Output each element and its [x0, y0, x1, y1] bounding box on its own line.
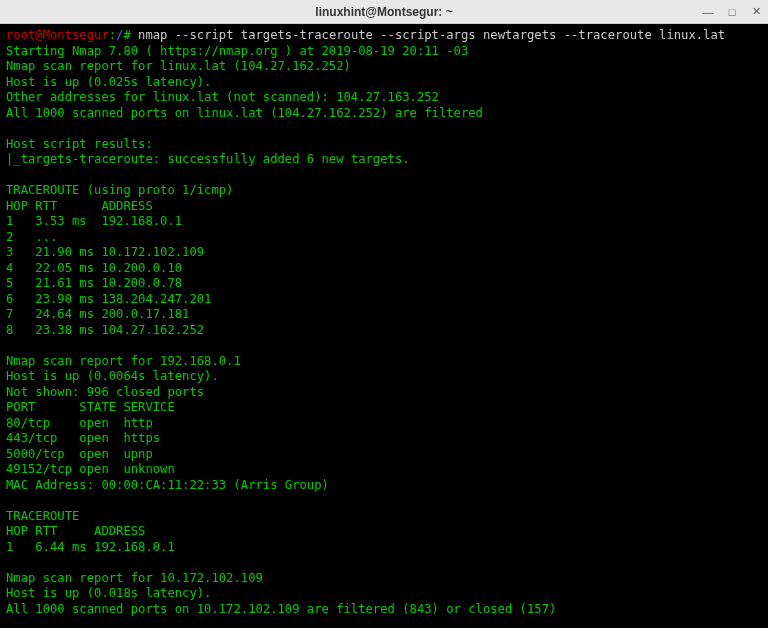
output-line: MAC Address: 00:00:CA:11:22:33 (Arris Gr… [6, 478, 762, 494]
output-line: 49152/tcp open unknown [6, 462, 762, 478]
output-line: 7 24.64 ms 200.0.17.181 [6, 307, 762, 323]
output-line [6, 555, 762, 571]
output-line: Not shown: 996 closed ports [6, 385, 762, 401]
output-line: Nmap scan report for linux.lat (104.27.1… [6, 59, 762, 75]
prompt-line: root@Montsegur:/# nmap --script targets-… [6, 28, 762, 44]
output-line: 80/tcp open http [6, 416, 762, 432]
output-line: 6 23.90 ms 138.204.247.201 [6, 292, 762, 308]
command-text: nmap --script targets-traceroute --scrip… [138, 28, 725, 42]
maximize-icon[interactable]: □ [726, 6, 738, 18]
output-line: |_targets-traceroute: successfully added… [6, 152, 762, 168]
output-line: TRACEROUTE [6, 509, 762, 525]
window-titlebar: linuxhint@Montsegur: ~ — □ ✕ [0, 0, 768, 24]
output-line: 2 ... [6, 230, 762, 246]
output-line: 1 6.44 ms 192.168.0.1 [6, 540, 762, 556]
prompt-symbol: # [123, 28, 138, 42]
output-line: Nmap scan report for 10.172.102.109 [6, 571, 762, 587]
output-line [6, 338, 762, 354]
output-line: Nmap scan report for 192.168.0.1 [6, 354, 762, 370]
output-line [6, 493, 762, 509]
prompt-sep: : [109, 28, 116, 42]
output-line [6, 121, 762, 137]
output-line: 3 21.90 ms 10.172.102.109 [6, 245, 762, 261]
close-icon[interactable]: ✕ [750, 6, 762, 18]
window-title: linuxhint@Montsegur: ~ [315, 5, 452, 19]
output-line: HOP RTT ADDRESS [6, 524, 762, 540]
output-line: All 1000 scanned ports on 10.172.102.109… [6, 602, 762, 618]
output-line: 8 23.38 ms 104.27.162.252 [6, 323, 762, 339]
output-line: 443/tcp open https [6, 431, 762, 447]
output-line: TRACEROUTE (using proto 1/icmp) [6, 183, 762, 199]
output-line: Host script results: [6, 137, 762, 153]
output-line: Other addresses for linux.lat (not scann… [6, 90, 762, 106]
output-line: 1 3.53 ms 192.168.0.1 [6, 214, 762, 230]
output-line: All 1000 scanned ports on linux.lat (104… [6, 106, 762, 122]
output-line: 5000/tcp open upnp [6, 447, 762, 463]
output-line [6, 168, 762, 184]
prompt-user: root@Montsegur [6, 28, 109, 42]
terminal-area[interactable]: root@Montsegur:/# nmap --script targets-… [0, 24, 768, 628]
output-line: 4 22.05 ms 10.200.0.10 [6, 261, 762, 277]
output-line: Host is up (0.0064s latency). [6, 369, 762, 385]
output-line: Host is up (0.025s latency). [6, 75, 762, 91]
output-line: HOP RTT ADDRESS [6, 199, 762, 215]
minimize-icon[interactable]: — [702, 6, 714, 18]
output-line: 5 21.61 ms 10.200.0.78 [6, 276, 762, 292]
window-controls: — □ ✕ [702, 6, 762, 18]
output-line: Host is up (0.018s latency). [6, 586, 762, 602]
output-line: Starting Nmap 7.80 ( https://nmap.org ) … [6, 44, 762, 60]
output-line: PORT STATE SERVICE [6, 400, 762, 416]
